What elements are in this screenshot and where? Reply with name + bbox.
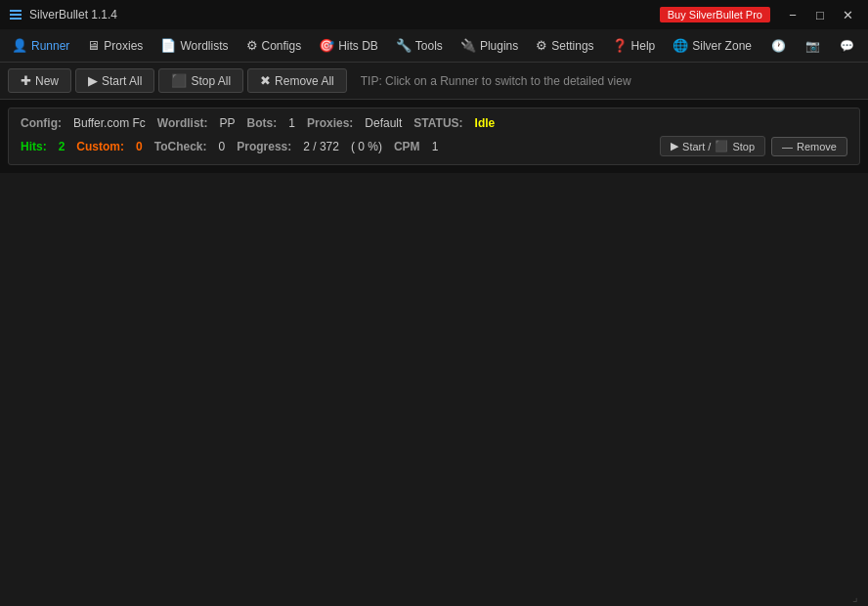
tocheck-value: 0 [219,140,226,153]
custom-label: Custom: [76,140,124,153]
hits-value: 2 [59,140,65,153]
runner-actions: ▶ Start / ⬛ Stop — Remove [660,136,847,156]
nav-hitsdb-label: Hits DB [338,39,378,53]
runner-row-stats: Hits: 2 Custom: 0 ToCheck: 0 Progress: 2… [21,136,847,156]
start-all-button[interactable]: ▶ Start All [75,68,154,93]
wordlist-label: Wordlist: [157,116,208,130]
runner-row-info: Config: Buffer.com Fc Wordlist: PP Bots:… [21,116,847,130]
new-button[interactable]: ✚ New [8,68,71,93]
remove-runner-button[interactable]: — Remove [771,137,847,156]
nav-configs[interactable]: ⚙ Configs [239,34,310,57]
nav-wordlists[interactable]: 📄 Wordlists [152,34,236,57]
hitsdb-icon: 🎯 [319,38,334,53]
stop-label: Stop [732,141,755,152]
nav-tools-label: Tools [415,39,443,53]
bots-label: Bots: [247,116,278,130]
runner-icon: 👤 [12,38,27,53]
titlebar: SilverBullet 1.1.4 Buy SilverBullet Pro … [0,0,868,29]
social-discord-icon[interactable]: 💬 [832,35,862,57]
new-icon: ✚ [21,73,31,88]
cpm-label: CPM [394,140,420,153]
nav-proxies-label: Proxies [104,39,143,53]
custom-value: 0 [136,140,143,153]
new-label: New [35,74,59,88]
nav-settings[interactable]: ⚙ Settings [528,34,601,57]
remove-icon: — [782,141,793,152]
silverzone-icon: 🌐 [673,38,688,53]
start-label: Start / [682,141,711,152]
nav-plugins-label: Plugins [480,39,518,53]
social-history-icon[interactable]: 🕐 [763,35,794,57]
stop-all-icon: ⬛ [171,73,187,88]
runner-card[interactable]: Config: Buffer.com Fc Wordlist: PP Bots:… [8,108,860,165]
nav-configs-label: Configs [262,39,302,53]
hits-label: Hits: [21,140,47,153]
navbar: 👤 Runner 🖥 Proxies 📄 Wordlists ⚙ Configs… [0,29,868,63]
remove-all-label: Remove All [275,74,334,88]
proxies-label: Proxies: [307,116,353,130]
start-all-label: Start All [102,74,142,88]
resize-handle[interactable]: ⌟ [852,590,866,604]
app-logo-icon [8,7,23,22]
help-icon: ❓ [612,38,628,53]
app-icon [8,7,23,22]
app-title: SilverBullet 1.1.4 [29,8,117,22]
start-icon: ▶ [671,140,678,152]
close-button[interactable]: ✕ [835,5,860,24]
tools-icon: 🔧 [396,38,412,53]
nav-runner-label: Runner [31,39,69,53]
tocheck-label: ToCheck: [154,140,207,153]
toolbar: ✚ New ▶ Start All ⬛ Stop All ✖ Remove Al… [0,63,868,100]
proxies-icon: 🖥 [87,38,100,53]
plugins-icon: 🔌 [460,38,476,53]
remove-all-icon: ✖ [260,73,271,88]
settings-icon: ⚙ [536,38,547,53]
nav-runner[interactable]: 👤 Runner [4,34,77,57]
wordlist-value: PP [220,116,236,130]
minimize-button[interactable]: − [780,5,805,24]
start-all-icon: ▶ [88,73,98,88]
titlebar-drag-area: SilverBullet 1.1.4 [8,7,660,22]
stop-all-label: Stop All [191,74,231,88]
window-controls: Buy SilverBullet Pro − □ ✕ [660,5,860,24]
maximize-button[interactable]: □ [807,5,833,24]
stop-all-button[interactable]: ⬛ Stop All [158,68,243,93]
nav-wordlists-label: Wordlists [180,39,228,53]
nav-hitsdb[interactable]: 🎯 Hits DB [311,34,386,57]
status-value: Idle [475,116,496,130]
config-value: Buffer.com Fc [73,116,146,130]
progress-label: Progress: [237,140,291,153]
cpm-value: 1 [432,140,439,153]
progress-pct: ( 0 %) [351,140,382,153]
nav-plugins[interactable]: 🔌 Plugins [453,34,526,57]
nav-help[interactable]: ❓ Help [604,34,664,57]
bots-value: 1 [288,116,295,130]
progress-value: 2 / 372 [303,140,339,153]
remove-all-button[interactable]: ✖ Remove All [247,68,347,93]
nav-settings-label: Settings [551,39,593,53]
nav-help-label: Help [631,39,656,53]
remove-label: Remove [797,141,837,152]
nav-silverzone[interactable]: 🌐 Silver Zone [665,34,760,57]
configs-icon: ⚙ [246,38,258,53]
stop-square-icon: ⬛ [715,140,728,152]
nav-proxies[interactable]: 🖥 Proxies [79,34,151,57]
wordlists-icon: 📄 [160,38,176,53]
nav-silverzone-label: Silver Zone [692,39,752,53]
start-stop-button[interactable]: ▶ Start / ⬛ Stop [660,136,765,156]
social-camera-icon[interactable]: 📷 [798,35,828,57]
status-label: STATUS: [413,116,462,130]
config-label: Config: [21,116,62,130]
tip-text: TIP: Click on a Runner to switch to the … [361,74,631,88]
proxies-value: Default [365,116,402,130]
buy-pro-button[interactable]: Buy SilverBullet Pro [660,7,770,22]
nav-tools[interactable]: 🔧 Tools [388,34,451,57]
main-content: Config: Buffer.com Fc Wordlist: PP Bots:… [0,100,868,173]
